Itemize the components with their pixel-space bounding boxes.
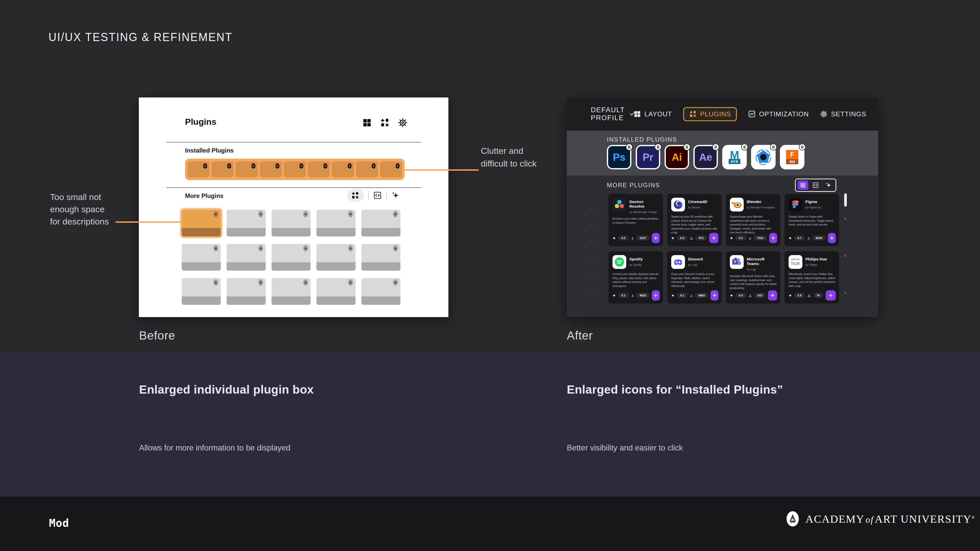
remove-plugin-badge[interactable] [251, 163, 256, 168]
remove-plugin-badge[interactable] [712, 144, 719, 151]
remove-plugin-badge[interactable] [683, 144, 690, 151]
installed-plugin-tile[interactable] [332, 162, 354, 177]
installed-plugin-maya[interactable]: MAYA [722, 145, 747, 169]
plugin-card[interactable]: + [361, 210, 401, 237]
store-card-philips-hue[interactable]: PHILIPShuePhilips Hueby PhilipsEffortles… [784, 251, 839, 303]
plugin-filter-button[interactable] [347, 189, 364, 202]
plugin-store-grid: Davinci Resolveby Blackmagic DesignEnhan… [608, 194, 839, 303]
installed-plugin-tile[interactable] [212, 162, 234, 177]
tab-optimization[interactable]: OPTIMIZATION [748, 110, 809, 118]
add-plugin-badge[interactable]: + [258, 211, 263, 218]
store-card-cinema4d[interactable]: Cinema4Dby MaxonSpeed up your 3D workflo… [667, 194, 722, 246]
plugin-card[interactable]: + [272, 244, 310, 271]
install-plugin-button[interactable]: + [652, 290, 660, 300]
plugin-card[interactable]: + [317, 244, 355, 271]
store-card-spotify[interactable]: Spotifyby SpotifyControl your Spotify pl… [608, 251, 663, 303]
store-card-microsoft-teams[interactable]: TMicrosoft Teamsby LogiNavigate Microsof… [726, 251, 780, 303]
remove-plugin-badge[interactable] [626, 144, 633, 151]
code-icon[interactable] [373, 191, 382, 200]
add-plugin-badge[interactable]: + [258, 245, 263, 251]
installed-plugin-tile[interactable] [188, 162, 210, 177]
installed-plugin-fusion-360[interactable]: F360 [780, 145, 804, 169]
code-view-button[interactable] [810, 181, 821, 190]
installed-plugin-illustrator[interactable]: Ai [665, 145, 689, 169]
remove-plugin-badge[interactable] [203, 163, 207, 168]
add-plugin-badge[interactable]: + [303, 279, 308, 286]
add-plugin-badge[interactable]: + [213, 279, 218, 286]
plugin-card[interactable]: + [227, 244, 266, 271]
add-plugin-badge[interactable]: + [393, 245, 398, 251]
installed-plugin-premiere-pro[interactable]: Pr [636, 145, 660, 169]
plugin-card[interactable]: + [317, 278, 355, 305]
store-card-blender[interactable]: Blenderby Blender FoundationSupercharge … [726, 194, 780, 246]
suggest-view-button[interactable] [823, 181, 834, 190]
profile-selector[interactable]: DEFAULT PROFILE [591, 106, 633, 122]
add-plugin-badge[interactable]: + [258, 279, 263, 286]
slide: UI/UX TESTING & REFINEMENT Plugins Insta… [0, 0, 980, 551]
plugin-card[interactable]: + [361, 244, 401, 271]
installed-plugin-tile[interactable] [235, 162, 258, 177]
remove-plugin-badge[interactable] [299, 163, 304, 168]
installed-plugin-tile[interactable] [284, 162, 306, 177]
remove-plugin-badge[interactable] [770, 144, 777, 151]
store-card-figma[interactable]: Figmaby Figma Inc.Design faster in Figma… [784, 194, 839, 246]
gear-icon[interactable] [398, 118, 407, 127]
install-plugin-button[interactable]: + [768, 290, 777, 300]
plugin-card[interactable]: + [317, 210, 355, 237]
add-plugin-badge[interactable]: + [303, 245, 308, 251]
install-plugin-button[interactable]: + [769, 233, 777, 243]
plugin-card[interactable]: + [272, 210, 310, 237]
add-plugin-badge[interactable]: + [393, 279, 398, 286]
installed-plugin-after-effects[interactable]: Ae [694, 145, 718, 169]
plugin-card[interactable]: + [361, 278, 401, 305]
dot [593, 214, 595, 216]
grid-icon[interactable] [362, 118, 372, 127]
install-plugin-button[interactable]: + [652, 233, 660, 243]
add-plugin-badge[interactable]: + [303, 211, 308, 218]
add-plugin-badge[interactable]: + [213, 245, 218, 251]
remove-plugin-badge[interactable] [799, 144, 806, 151]
plugin-card-highlighted[interactable]: + [182, 210, 221, 237]
remove-plugin-badge[interactable] [741, 144, 748, 151]
installed-plugin-keyshot[interactable] [751, 145, 776, 169]
plugin-card[interactable]: + [182, 244, 221, 271]
installed-plugin-tile[interactable] [260, 162, 282, 177]
install-plugin-button[interactable]: + [711, 290, 718, 300]
plugin-card[interactable]: + [227, 210, 266, 237]
grid-view-button[interactable] [797, 181, 808, 190]
remove-plugin-badge[interactable] [348, 163, 352, 168]
add-plugin-badge[interactable]: + [393, 211, 398, 218]
install-plugin-button[interactable]: + [826, 290, 836, 300]
annotation-line: for descriptions [50, 215, 109, 227]
install-plugin-button[interactable]: + [709, 233, 718, 243]
add-plugin-badge[interactable]: + [348, 279, 353, 286]
plugin-icon[interactable] [380, 118, 390, 127]
remove-plugin-badge[interactable] [323, 163, 328, 168]
add-plugin-badge[interactable]: + [348, 245, 353, 251]
scrollbar-thumb[interactable] [844, 193, 847, 206]
store-card-discord[interactable]: Discordby LogiKeep your Discord controls… [667, 251, 722, 303]
remove-plugin-badge[interactable] [655, 144, 662, 151]
remove-plugin-badge[interactable] [227, 163, 231, 168]
code-icon [813, 182, 819, 188]
downloads-badge: 423 [754, 293, 765, 298]
plugin-card[interactable]: + [182, 278, 221, 305]
installed-plugin-photoshop[interactable]: Ps [607, 145, 632, 169]
add-plugin-badge[interactable]: + [213, 211, 218, 218]
remove-plugin-badge[interactable] [396, 163, 400, 168]
remove-plugin-badge[interactable] [275, 163, 280, 168]
tab-layout[interactable]: LAYOUT [633, 110, 672, 118]
tab-settings[interactable]: SETTINGS [820, 110, 866, 118]
installed-plugin-tile[interactable] [308, 162, 330, 177]
sparkles-icon[interactable] [391, 191, 399, 200]
installed-plugin-tile[interactable] [380, 162, 402, 177]
store-card-davinci-resolve[interactable]: Davinci Resolveby Blackmagic DesignEnhan… [608, 194, 663, 246]
download-icon [631, 294, 634, 297]
install-plugin-button[interactable]: + [828, 233, 836, 243]
tab-plugins[interactable]: PLUGINS [683, 107, 737, 121]
plugin-card[interactable]: + [227, 278, 266, 305]
remove-plugin-badge[interactable] [372, 163, 375, 168]
installed-plugin-tile[interactable] [356, 162, 378, 177]
add-plugin-badge[interactable]: + [348, 211, 353, 218]
plugin-card[interactable]: + [272, 278, 310, 305]
